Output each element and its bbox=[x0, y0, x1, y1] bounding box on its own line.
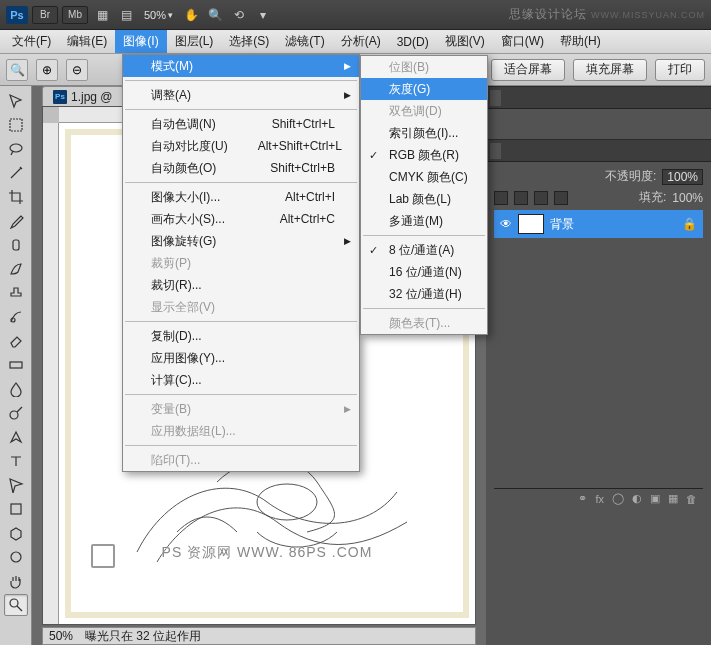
menu-item-variables[interactable]: 变量(B)▶ bbox=[123, 398, 359, 420]
fill-value[interactable]: 100% bbox=[672, 191, 703, 205]
minibridge-button[interactable]: Mb bbox=[62, 6, 88, 24]
3d-camera-tool[interactable] bbox=[4, 546, 28, 568]
zoom-icon[interactable]: 🔍 bbox=[205, 7, 225, 23]
mode-lab[interactable]: Lab 颜色(L) bbox=[361, 188, 487, 210]
type-tool[interactable] bbox=[4, 450, 28, 472]
menu-select[interactable]: 选择(S) bbox=[221, 30, 277, 53]
lock-transparent-icon[interactable] bbox=[494, 191, 508, 205]
move-tool[interactable] bbox=[4, 90, 28, 112]
stamp-tool[interactable] bbox=[4, 282, 28, 304]
layer-name[interactable]: 背景 bbox=[550, 216, 574, 233]
menu-item-trap[interactable]: 陷印(T)... bbox=[123, 449, 359, 471]
opacity-value[interactable]: 100% bbox=[662, 169, 703, 185]
lock-pixels-icon[interactable] bbox=[514, 191, 528, 205]
menu-layer[interactable]: 图层(L) bbox=[167, 30, 222, 53]
fill-screen-button[interactable]: 填充屏幕 bbox=[573, 59, 647, 81]
document-tab[interactable]: Ps1.jpg @ bbox=[42, 86, 124, 106]
mode-16bit[interactable]: 16 位/通道(N) bbox=[361, 261, 487, 283]
zoom-tool[interactable] bbox=[4, 594, 28, 616]
menu-item-reveal-all[interactable]: 显示全部(V) bbox=[123, 296, 359, 318]
eraser-tool[interactable] bbox=[4, 330, 28, 352]
link-layers-icon[interactable]: ⚭ bbox=[578, 492, 587, 505]
layer-thumbnail[interactable] bbox=[518, 214, 544, 234]
menu-item-trim[interactable]: 裁切(R)... bbox=[123, 274, 359, 296]
menu-item-auto-tone[interactable]: 自动色调(N)Shift+Ctrl+L bbox=[123, 113, 359, 135]
shape-tool[interactable] bbox=[4, 498, 28, 520]
menu-item-datasets[interactable]: 应用数据组(L)... bbox=[123, 420, 359, 442]
menu-item-canvas-size[interactable]: 画布大小(S)...Alt+Ctrl+C bbox=[123, 208, 359, 230]
trash-icon[interactable]: 🗑 bbox=[686, 493, 697, 505]
menu-3d[interactable]: 3D(D) bbox=[389, 32, 437, 52]
menu-item-mode[interactable]: 模式(M)▶ bbox=[123, 55, 359, 77]
mode-grayscale[interactable]: 灰度(G) bbox=[361, 78, 487, 100]
dodge-tool[interactable] bbox=[4, 402, 28, 424]
extras-icon[interactable]: ▾ bbox=[253, 7, 273, 23]
zoom-in-icon[interactable]: ⊕ bbox=[36, 59, 58, 81]
arrange-icon[interactable]: ▤ bbox=[116, 7, 136, 23]
ruler-vertical[interactable] bbox=[43, 123, 59, 624]
adjustment-layer-icon[interactable]: ◐ bbox=[632, 492, 642, 505]
mode-duotone[interactable]: 双色调(D) bbox=[361, 100, 487, 122]
mode-multichannel[interactable]: 多通道(M) bbox=[361, 210, 487, 232]
screen-mode-icon[interactable]: ▦ bbox=[92, 7, 112, 23]
pen-tool[interactable] bbox=[4, 426, 28, 448]
gradient-tool[interactable] bbox=[4, 354, 28, 376]
menu-item-crop[interactable]: 裁剪(P) bbox=[123, 252, 359, 274]
mode-color-table[interactable]: 颜色表(T)... bbox=[361, 312, 487, 334]
path-tool[interactable] bbox=[4, 474, 28, 496]
status-zoom[interactable]: 50% bbox=[49, 629, 73, 643]
menu-window[interactable]: 窗口(W) bbox=[493, 30, 552, 53]
menu-image[interactable]: 图像(I) bbox=[115, 30, 166, 53]
zoom-level-dropdown[interactable]: 50% bbox=[144, 9, 173, 21]
fx-icon[interactable]: fx bbox=[595, 493, 604, 505]
fit-screen-button[interactable]: 适合屏幕 bbox=[491, 59, 565, 81]
visibility-icon[interactable]: 👁 bbox=[500, 217, 512, 231]
heal-tool[interactable] bbox=[4, 234, 28, 256]
mode-8bit[interactable]: ✓8 位/通道(A) bbox=[361, 239, 487, 261]
menu-filter[interactable]: 滤镜(T) bbox=[277, 30, 332, 53]
rotate-view-icon[interactable]: ⟲ bbox=[229, 7, 249, 23]
lock-all-icon[interactable] bbox=[554, 191, 568, 205]
current-tool-icon[interactable]: 🔍 bbox=[6, 59, 28, 81]
menu-edit[interactable]: 编辑(E) bbox=[59, 30, 115, 53]
menu-file[interactable]: 文件(F) bbox=[4, 30, 59, 53]
bridge-button[interactable]: Br bbox=[32, 6, 58, 24]
hand-icon[interactable]: ✋ bbox=[181, 7, 201, 23]
mode-cmyk[interactable]: CMYK 颜色(C) bbox=[361, 166, 487, 188]
menu-view[interactable]: 视图(V) bbox=[437, 30, 493, 53]
status-bar: 50% 曝光只在 32 位起作用 bbox=[42, 627, 476, 645]
menu-item-calculations[interactable]: 计算(C)... bbox=[123, 369, 359, 391]
brush-tool[interactable] bbox=[4, 258, 28, 280]
menu-item-rotation[interactable]: 图像旋转(G)▶ bbox=[123, 230, 359, 252]
menu-item-adjustments[interactable]: 调整(A)▶ bbox=[123, 84, 359, 106]
menu-item-duplicate[interactable]: 复制(D)... bbox=[123, 325, 359, 347]
menu-item-auto-color[interactable]: 自动颜色(O)Shift+Ctrl+B bbox=[123, 157, 359, 179]
group-icon[interactable]: ▣ bbox=[650, 492, 660, 505]
menu-item-image-size[interactable]: 图像大小(I)...Alt+Ctrl+I bbox=[123, 186, 359, 208]
mode-32bit[interactable]: 32 位/通道(H) bbox=[361, 283, 487, 305]
lock-position-icon[interactable] bbox=[534, 191, 548, 205]
lasso-tool[interactable] bbox=[4, 138, 28, 160]
hand-tool[interactable] bbox=[4, 570, 28, 592]
zoom-out-icon[interactable]: ⊖ bbox=[66, 59, 88, 81]
blur-tool[interactable] bbox=[4, 378, 28, 400]
wand-tool[interactable] bbox=[4, 162, 28, 184]
print-size-button[interactable]: 打印 bbox=[655, 59, 705, 81]
mask-icon[interactable]: ◯ bbox=[612, 492, 624, 505]
mode-indexed[interactable]: 索引颜色(I)... bbox=[361, 122, 487, 144]
eyedropper-tool[interactable] bbox=[4, 210, 28, 232]
crop-tool[interactable] bbox=[4, 186, 28, 208]
marquee-tool[interactable] bbox=[4, 114, 28, 136]
menu-help[interactable]: 帮助(H) bbox=[552, 30, 609, 53]
3d-tool[interactable] bbox=[4, 522, 28, 544]
menu-analysis[interactable]: 分析(A) bbox=[333, 30, 389, 53]
mode-bitmap[interactable]: 位图(B) bbox=[361, 56, 487, 78]
menu-item-auto-contrast[interactable]: 自动对比度(U)Alt+Shift+Ctrl+L bbox=[123, 135, 359, 157]
layer-row-background[interactable]: 👁 背景 🔒 bbox=[494, 210, 703, 238]
new-layer-icon[interactable]: ▦ bbox=[668, 492, 678, 505]
mode-rgb[interactable]: ✓RGB 颜色(R) bbox=[361, 144, 487, 166]
menu-item-apply-image[interactable]: 应用图像(Y)... bbox=[123, 347, 359, 369]
panel-tab[interactable] bbox=[490, 90, 501, 106]
layers-tab[interactable] bbox=[490, 143, 501, 159]
history-brush-tool[interactable] bbox=[4, 306, 28, 328]
